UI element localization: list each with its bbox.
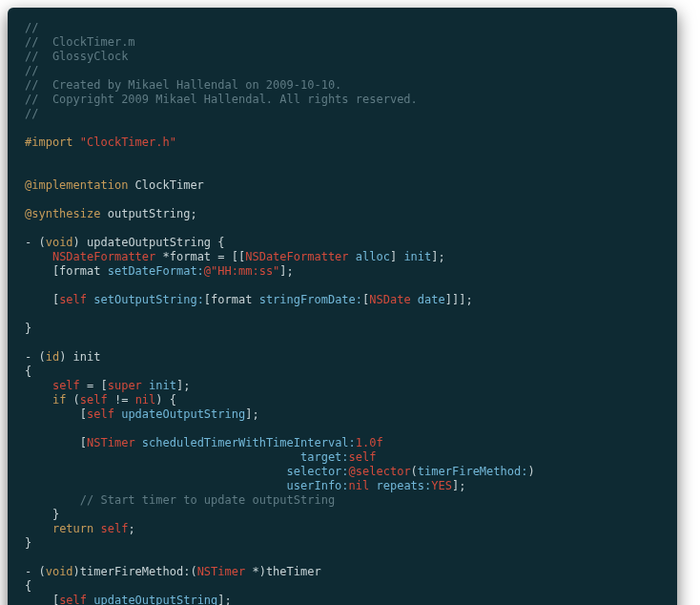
type-name: NSTimer bbox=[197, 565, 246, 578]
comment-line: // ClockTimer.m bbox=[25, 35, 135, 49]
comment-line: // GlossyClock bbox=[25, 50, 128, 63]
code-text bbox=[25, 379, 52, 392]
brace-open: { bbox=[25, 365, 31, 378]
code-text: [ bbox=[25, 407, 87, 421]
implementation-keyword: @implementation bbox=[25, 178, 128, 192]
self-keyword: self bbox=[52, 379, 80, 392]
comment-line: // Copyright 2009 Mikael Hallendal. All … bbox=[25, 93, 418, 106]
selector: selector: bbox=[287, 465, 349, 478]
code-text bbox=[25, 465, 287, 478]
self-keyword: self bbox=[80, 393, 108, 407]
self-keyword: self bbox=[59, 594, 87, 605]
selector: scheduledTimerWithTimeInterval: bbox=[142, 436, 356, 449]
code-text: ] bbox=[390, 250, 403, 263]
code-text: ]; bbox=[452, 479, 465, 492]
selector: init bbox=[403, 250, 431, 263]
code-text: [ bbox=[25, 293, 59, 306]
code-text: ]; bbox=[176, 379, 190, 392]
comment-line: // Created by Mikael Hallendal on 2009-1… bbox=[25, 78, 341, 92]
code-text bbox=[93, 522, 100, 535]
code-text bbox=[25, 393, 52, 407]
selector: repeats: bbox=[377, 479, 432, 492]
code-text bbox=[411, 293, 418, 306]
at-literal: @ bbox=[204, 264, 211, 278]
synthesize-keyword: @synthesize bbox=[25, 207, 100, 220]
code-text: ( bbox=[66, 393, 79, 407]
brace-open: { bbox=[25, 579, 31, 593]
brace-close: } bbox=[25, 508, 59, 521]
code-text: ) bbox=[527, 465, 534, 478]
selector: stringFromDate: bbox=[259, 293, 362, 306]
code-text: [format bbox=[25, 264, 108, 278]
selector: setOutputString: bbox=[93, 293, 204, 306]
nil-keyword: nil bbox=[135, 393, 156, 407]
code-text bbox=[369, 479, 376, 492]
import-keyword: #import bbox=[25, 136, 80, 149]
class-name: ClockTimer bbox=[128, 178, 203, 192]
selector: updateOutputString bbox=[121, 407, 245, 421]
code-text: [ bbox=[25, 436, 87, 449]
return-type: void bbox=[46, 236, 73, 249]
self-keyword: self bbox=[349, 450, 377, 464]
method-signature: *)theTimer bbox=[245, 565, 320, 578]
code-text bbox=[25, 250, 52, 263]
type-name: NSDateFormatter bbox=[52, 250, 155, 263]
code-text: ]; bbox=[431, 250, 444, 263]
comment-line: // bbox=[25, 107, 38, 120]
method-signature: - ( bbox=[25, 350, 46, 364]
import-path: "ClockTimer.h" bbox=[80, 136, 176, 149]
return-type: id bbox=[46, 350, 59, 364]
comment-line: // Start timer to update outputString bbox=[25, 493, 335, 507]
selector: date bbox=[418, 293, 445, 306]
selector: updateOutputString bbox=[93, 594, 217, 605]
code-text: ]; bbox=[245, 407, 258, 421]
super-keyword: super bbox=[108, 379, 142, 392]
code-text: *format = [[ bbox=[155, 250, 245, 263]
brace-close: } bbox=[25, 322, 31, 335]
method-signature: ) init bbox=[59, 350, 100, 364]
brace-close: } bbox=[25, 536, 31, 550]
code-text: ( bbox=[411, 465, 418, 478]
number-literal: 1.0f bbox=[356, 436, 383, 449]
nil-keyword: nil bbox=[349, 479, 370, 492]
type-name: NSTimer bbox=[87, 436, 135, 449]
code-editor-view: // // ClockTimer.m // GlossyClock // // … bbox=[8, 8, 677, 605]
method-signature: - ( bbox=[25, 565, 46, 578]
code-text bbox=[25, 522, 52, 535]
yes-keyword: YES bbox=[431, 479, 452, 492]
selector: setDateFormat: bbox=[108, 264, 204, 278]
selector: alloc bbox=[356, 250, 390, 263]
method-signature: ) updateOutputString { bbox=[73, 236, 225, 249]
code-block: // // ClockTimer.m // GlossyClock // // … bbox=[25, 21, 660, 605]
selector: init bbox=[149, 379, 176, 392]
comment-line: // bbox=[25, 21, 38, 34]
code-text: ; bbox=[128, 522, 134, 535]
code-text bbox=[142, 379, 149, 392]
code-text: [ bbox=[25, 594, 59, 605]
selector-name: timerFireMethod: bbox=[418, 465, 528, 478]
selector: target: bbox=[300, 450, 349, 464]
code-text bbox=[135, 436, 142, 449]
comment-line: // bbox=[25, 64, 38, 77]
self-keyword: self bbox=[59, 293, 87, 306]
code-text: [format bbox=[204, 293, 259, 306]
string-literal: "HH:mm:ss" bbox=[211, 264, 279, 278]
if-keyword: if bbox=[52, 393, 66, 407]
property-name: outputString; bbox=[100, 207, 196, 220]
self-keyword: self bbox=[101, 522, 129, 535]
return-type: void bbox=[46, 565, 73, 578]
return-keyword: return bbox=[52, 522, 93, 535]
selector-keyword: @selector bbox=[349, 465, 411, 478]
method-signature: )timerFireMethod:( bbox=[73, 565, 197, 578]
code-text: ]]]; bbox=[445, 293, 473, 306]
code-text: ]; bbox=[279, 264, 293, 278]
code-text bbox=[349, 250, 356, 263]
code-text: ]; bbox=[217, 594, 231, 605]
code-text: ) { bbox=[155, 393, 176, 407]
selector: userInfo: bbox=[287, 479, 349, 492]
code-text: != bbox=[108, 393, 135, 407]
method-signature: - ( bbox=[25, 236, 46, 249]
code-text bbox=[25, 450, 300, 464]
code-text: = [ bbox=[80, 379, 108, 392]
self-keyword: self bbox=[87, 407, 114, 421]
